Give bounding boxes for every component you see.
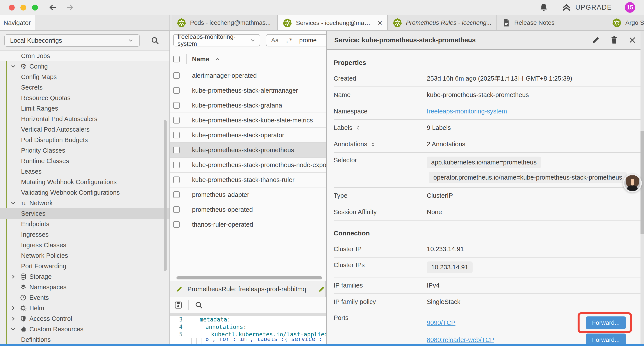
table-row[interactable]: prometheus-adapter [170,187,326,202]
maximize-window-button[interactable] [32,4,38,10]
sidebar-item-services[interactable]: Services [0,208,170,219]
tab-pods[interactable]: Pods - icecheng@mathmas... [172,15,278,30]
sort-ascending-icon[interactable] [214,56,221,62]
close-icon[interactable] [628,36,636,44]
sidebar-item-access-control[interactable]: Access Control [0,313,170,324]
sidebar-item-definitions[interactable]: Definitions [0,335,170,345]
sidebar-item-horizontal-pod-autoscalers[interactable]: Horizontal Pod Autoscalers [0,114,170,124]
sidebar-item-helm[interactable]: Helm [0,303,170,313]
regex-toggle[interactable]: .* [285,37,293,44]
table-row[interactable]: kube-prometheus-stack-prometheus-node-ex… [170,158,326,173]
close-window-button[interactable] [9,4,15,10]
row-checkbox[interactable] [173,177,180,183]
row-checkbox[interactable] [173,147,180,153]
namespace-selector[interactable]: freeleaps-monitoring-system [173,34,260,46]
chevron-right-icon[interactable] [10,305,17,311]
tab-release[interactable]: Release Notes [497,15,607,30]
table-row[interactable]: kube-prometheus-stack-grafana [170,98,326,113]
forward-arrow-icon[interactable] [66,3,74,12]
chevron-right-icon[interactable] [10,273,17,280]
port-link[interactable]: 8080:reloader-web/TCP [427,336,494,344]
chevron-down-icon[interactable] [10,326,17,333]
forward-button[interactable]: Forward... [586,317,626,329]
sidebar-item-pod-disruption-budgets[interactable]: Pod Disruption Budgets [0,135,170,145]
sidebar-scrollbar[interactable] [164,120,166,271]
row-checkbox[interactable] [173,132,180,138]
select-all-checkbox[interactable] [173,56,180,62]
tab-argo[interactable]: Argo Se [607,15,644,30]
navigator-tab[interactable]: Navigator [0,15,35,30]
table-row[interactable]: kube-prometheus-stack-operator [170,128,326,143]
minimize-window-button[interactable] [20,4,26,10]
assistant-avatar[interactable] [623,174,642,193]
save-icon[interactable] [174,301,182,310]
sidebar-item-namespaces[interactable]: Namespaces [0,282,170,292]
expander-icon[interactable] [370,141,376,147]
sidebar-item-storage[interactable]: Storage [0,271,170,282]
table-row[interactable]: prometheus-operated [170,202,326,217]
row-checkbox[interactable] [173,87,180,94]
sidebar-item-mutating-webhook-configurations[interactable]: Mutating Webhook Configurations [0,177,170,187]
editor-tab-prometheusrule[interactable]: PrometheusRule: freeleaps-prod-rabbitmq [170,281,312,297]
notifications-bell-icon[interactable] [539,3,549,12]
sidebar-item-config[interactable]: ⚙Config [0,61,170,72]
sidebar-item-limit-ranges[interactable]: Limit Ranges [0,103,170,114]
sidebar-item-network-policies[interactable]: Network Policies [0,250,170,261]
table-row[interactable]: kube-prometheus-stack-thanos-ruler [170,173,326,187]
chevron-right-icon[interactable] [10,315,17,322]
row-checkbox[interactable] [173,221,180,228]
sidebar-item-leases[interactable]: Leases [0,166,170,177]
sidebar-item-config-maps[interactable]: Config Maps [0,72,170,82]
sidebar-item-resource-quotas[interactable]: Resource Quotas [0,93,170,103]
sidebar-item-ingresses[interactable]: Ingresses [0,229,170,240]
back-arrow-icon[interactable] [48,3,57,12]
editor-tab-partial[interactable] [312,281,326,297]
table-row[interactable]: kube-prometheus-stack-alertmanager [170,83,326,98]
row-checkbox[interactable] [173,162,180,168]
sidebar-item-ingress-classes[interactable]: Ingress Classes [0,240,170,250]
name-column-header[interactable]: Name [192,56,209,63]
sidebar-item-priority-classes[interactable]: Priority Classes [0,145,170,156]
row-checkbox[interactable] [173,206,180,213]
match-case-toggle[interactable]: Aa [271,37,278,44]
notification-count-badge[interactable]: 15 [625,2,635,13]
chevron-down-icon[interactable] [10,63,17,70]
sidebar-item-runtime-classes[interactable]: Runtime Classes [0,156,170,166]
row-checkbox[interactable] [173,117,180,123]
yaml-editor[interactable]: 3metadata:4annotations:5kubectl.kubernet… [170,316,326,346]
row-value: None [427,209,442,216]
sidebar-item-cron-jobs[interactable]: Cron Jobs [0,50,170,61]
chevron-down-icon[interactable] [10,200,17,206]
details-scrollbar[interactable] [640,31,644,346]
table-row[interactable]: thanos-ruler-operated [170,217,326,232]
sidebar-item-validating-webhook-configurations[interactable]: Validating Webhook Configurations [0,187,170,198]
tab-prometheus[interactable]: Prometheus Rules - icecheng... [388,15,497,30]
filter-input[interactable]: Aa .* prome [266,34,326,46]
row-checkbox[interactable] [173,72,180,79]
sidebar-search-icon[interactable] [150,36,160,45]
detail-row-type: TypeClusterIP [334,188,644,204]
sidebar-item-endpoints[interactable]: Endpoints [0,219,170,229]
table-row[interactable]: kube-prometheus-stack-kube-state-metrics [170,113,326,128]
table-row[interactable]: kube-prometheus-stack-prometheus [170,143,326,158]
sidebar-item-vertical-pod-autoscalers[interactable]: Vertical Pod Autoscalers [0,124,170,135]
editor-search-icon[interactable] [194,301,203,310]
namespace-link[interactable]: freeleaps-monitoring-system [427,108,507,115]
tab-close-icon[interactable]: ✕ [378,19,382,27]
table-horizontal-scrollbar[interactable] [170,276,326,281]
kubeconfig-selector[interactable]: Local Kubeconfigs [4,34,140,47]
row-checkbox[interactable] [173,102,180,109]
edit-pencil-icon[interactable] [592,36,600,44]
sidebar-item-events[interactable]: Events [0,292,170,303]
upgrade-button[interactable]: UPGRADE [561,2,612,12]
sidebar-item-network[interactable]: ↑↓Network [0,198,170,208]
tab-services[interactable]: Services - icecheng@math...✕ [278,15,388,30]
sidebar-item-port-forwarding[interactable]: Port Forwarding [0,261,170,271]
sidebar-item-secrets[interactable]: Secrets [0,82,170,93]
port-link[interactable]: 9090/TCP [427,319,456,327]
delete-trash-icon[interactable] [610,36,618,44]
row-checkbox[interactable] [173,191,180,198]
table-row[interactable]: alertmanager-operated [170,68,326,83]
sidebar-item-custom-resources[interactable]: Custom Resources [0,324,170,335]
expander-icon[interactable] [355,125,361,131]
